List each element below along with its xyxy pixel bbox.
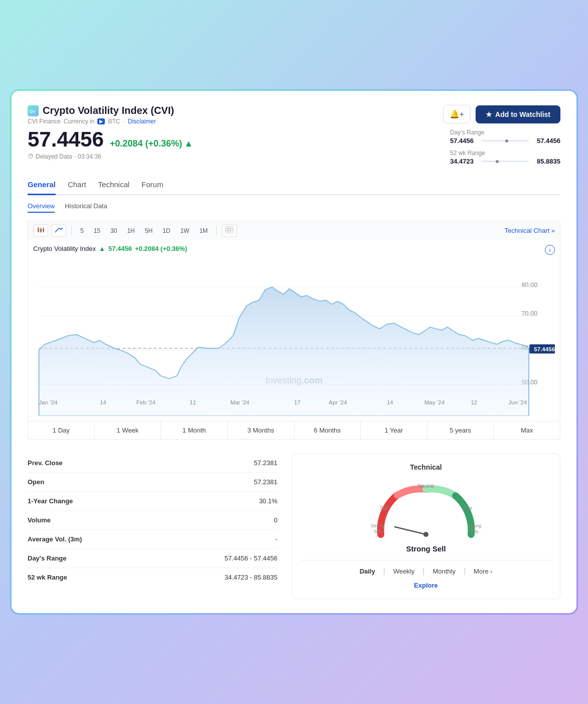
technical-panel: Technical bbox=[291, 454, 560, 599]
time-max[interactable]: Max bbox=[494, 421, 560, 439]
chart-title: Crypto Volatility Index ▲ 57.4456 +0.208… bbox=[33, 245, 555, 252]
1d-button[interactable]: 1D bbox=[159, 226, 174, 236]
time-range-buttons: 1 Day 1 Week 1 Month 3 Months 6 Months 1… bbox=[28, 421, 560, 440]
subtab-historical-data[interactable]: Historical Data bbox=[65, 202, 107, 213]
tech-tab-daily[interactable]: Daily bbox=[360, 568, 375, 575]
svg-text:May '24: May '24 bbox=[424, 399, 445, 405]
5h-button[interactable]: 5H bbox=[141, 226, 156, 236]
stat-open: Open 57.2381 bbox=[28, 473, 277, 492]
stat-volume: Volume 0 bbox=[28, 511, 277, 530]
svg-text:Jun '24: Jun '24 bbox=[509, 399, 527, 405]
explore-link[interactable]: Explore bbox=[414, 582, 438, 589]
svg-text:14: 14 bbox=[387, 399, 393, 405]
svg-text:14: 14 bbox=[100, 399, 106, 405]
wk52-range-high: 85.8835 bbox=[533, 158, 560, 165]
tech-tab-weekly[interactable]: Weekly bbox=[393, 568, 414, 575]
stat-1year-change: 1-Year Change 30.1% bbox=[28, 492, 277, 511]
svg-text:57.4456: 57.4456 bbox=[534, 346, 555, 352]
time-3months[interactable]: 3 Months bbox=[228, 421, 295, 439]
svg-rect-5 bbox=[40, 229, 42, 232]
add-to-watchlist-button[interactable]: ★ Add to Watchlist bbox=[476, 105, 560, 123]
chart-info-icon[interactable]: i bbox=[545, 245, 555, 255]
tech-tab-more[interactable]: More › bbox=[474, 568, 492, 575]
gauge-signal: Strong Sell bbox=[301, 544, 551, 553]
technical-title: Technical bbox=[301, 463, 551, 471]
price-main: 57.4456 bbox=[28, 129, 104, 150]
subtitle: CVI Finance Currency in ▶ BTC · Disclaim… bbox=[28, 118, 174, 125]
wk52-range-label: 52 wk Range bbox=[450, 150, 560, 157]
days-range-label: Day's Range bbox=[450, 129, 560, 136]
table-icon[interactable] bbox=[222, 224, 237, 237]
delayed-data-label: ⏱ Delayed Data · 03:34:36 bbox=[28, 153, 193, 160]
svg-text:CV: CV bbox=[30, 109, 36, 114]
tab-chart[interactable]: Chart bbox=[68, 176, 86, 195]
stat-prev-close: Prev. Close 57.2381 bbox=[28, 454, 277, 473]
time-1week[interactable]: 1 Week bbox=[95, 421, 162, 439]
days-range-low: 57.4456 bbox=[450, 137, 478, 145]
tech-tab-monthly[interactable]: Monthly bbox=[432, 568, 456, 575]
wk52-range-low: 34.4723 bbox=[450, 158, 478, 165]
line-chart-icon[interactable] bbox=[51, 224, 66, 237]
candlestick-icon[interactable] bbox=[33, 224, 48, 237]
gauge-strong-sell-label: StrongSell bbox=[371, 523, 384, 534]
technical-tabs: Daily | Weekly | Monthly | More › bbox=[301, 560, 551, 576]
30min-button[interactable]: 30 bbox=[107, 226, 120, 236]
sub-tabs: Overview Historical Data bbox=[28, 202, 560, 213]
svg-text:11: 11 bbox=[190, 399, 196, 405]
main-tabs: General Chart Technical Forum bbox=[28, 176, 560, 195]
svg-text:Jan '24: Jan '24 bbox=[39, 399, 58, 405]
chart-controls: 5 15 30 1H 5H 1D 1W 1M bbox=[28, 221, 560, 240]
time-1day[interactable]: 1 Day bbox=[28, 421, 95, 439]
stat-avg-vol: Average Vol. (3m) - bbox=[28, 530, 277, 549]
stat-days-range: Day's Range 57.4456 - 57.4456 bbox=[28, 549, 277, 568]
svg-text:70.00: 70.00 bbox=[522, 310, 538, 317]
chart-area: Crypto Volatility Index ▲ 57.4456 +0.208… bbox=[28, 240, 560, 421]
1w-button[interactable]: 1W bbox=[177, 226, 193, 236]
subtab-overview[interactable]: Overview bbox=[28, 202, 55, 213]
technical-chart-link[interactable]: Technical Chart » bbox=[505, 227, 555, 234]
alert-button[interactable]: 🔔+ bbox=[443, 105, 471, 123]
bell-icon: 🔔+ bbox=[450, 110, 464, 118]
5min-button[interactable]: 5 bbox=[77, 226, 87, 236]
stat-52wk-range: 52 wk Range 34.4723 - 85.8835 bbox=[28, 568, 277, 587]
gauge-neutral-label: Neutral bbox=[418, 483, 434, 489]
1m-button[interactable]: 1M bbox=[196, 226, 211, 236]
time-5years[interactable]: 5 years bbox=[427, 421, 494, 439]
svg-text:Feb '24: Feb '24 bbox=[136, 399, 156, 405]
star-icon: ★ bbox=[486, 110, 492, 118]
tab-technical[interactable]: Technical bbox=[98, 176, 130, 195]
arrow-up-icon: ▲ bbox=[184, 138, 193, 149]
gauge-buy-label: Buy bbox=[464, 505, 472, 511]
price-change: +0.2084 (+0.36%) ▲ bbox=[110, 138, 193, 149]
svg-text:17: 17 bbox=[294, 399, 301, 405]
gauge: Neutral Sell Buy StrongSell StrongBuy bbox=[371, 479, 481, 539]
time-1month[interactable]: 1 Month bbox=[161, 421, 228, 439]
svg-text:Apr '24: Apr '24 bbox=[329, 399, 347, 405]
svg-rect-8 bbox=[43, 228, 44, 232]
page-title: Crypto Volatility Index (CVI) bbox=[43, 105, 174, 116]
cvi-icon: CV bbox=[28, 105, 39, 116]
tab-general[interactable]: General bbox=[28, 176, 56, 195]
stats-table: Prev. Close 57.2381 Open 57.2381 1-Year … bbox=[28, 454, 277, 599]
svg-text:80.00: 80.00 bbox=[522, 281, 538, 289]
time-6months[interactable]: 6 Months bbox=[295, 421, 361, 439]
tab-forum[interactable]: Forum bbox=[141, 176, 163, 195]
chart-svg: 80.00 70.00 60.00 50.00 57.4456 bbox=[33, 255, 555, 416]
svg-rect-2 bbox=[38, 228, 39, 232]
days-range-high: 57.4456 bbox=[533, 137, 560, 145]
more-arrow-icon: › bbox=[490, 568, 492, 575]
gauge-strong-buy-label: StrongBuy bbox=[468, 523, 481, 534]
svg-text:12: 12 bbox=[471, 399, 477, 405]
svg-rect-11 bbox=[225, 226, 233, 233]
svg-text:Mar '24: Mar '24 bbox=[230, 399, 250, 405]
time-1year[interactable]: 1 Year bbox=[361, 421, 427, 439]
wk52-range-bar bbox=[482, 161, 529, 162]
days-range-bar bbox=[482, 140, 529, 142]
clock-icon: ⏱ bbox=[28, 153, 34, 160]
1h-button[interactable]: 1H bbox=[123, 226, 138, 236]
explore-link-container: Explore bbox=[301, 581, 551, 590]
15min-button[interactable]: 15 bbox=[90, 226, 104, 236]
gauge-sell-label: Sell bbox=[380, 505, 388, 511]
